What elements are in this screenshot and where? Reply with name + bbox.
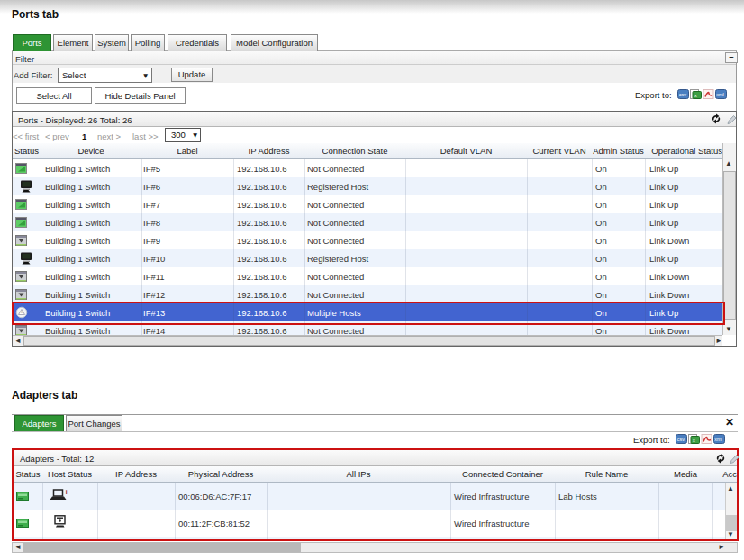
svg-text:x: x xyxy=(694,93,697,98)
svg-text:csv: csv xyxy=(679,92,687,97)
svg-text:xml: xml xyxy=(716,92,724,97)
svg-text:csv: csv xyxy=(677,437,685,442)
svg-text:+: + xyxy=(64,489,68,497)
svg-text:xml: xml xyxy=(714,437,722,442)
svg-text:x: x xyxy=(693,438,695,443)
